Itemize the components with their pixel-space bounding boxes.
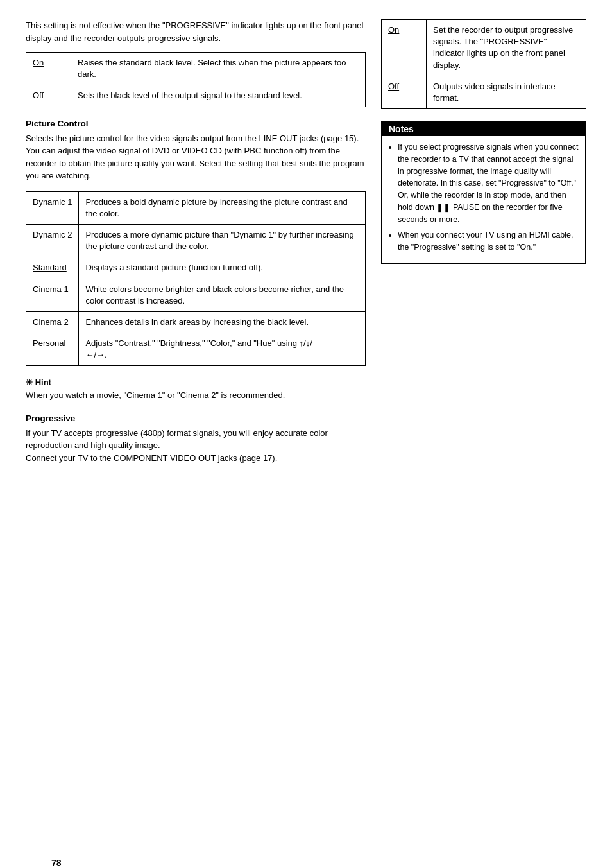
notes-box: Notes If you select progressive signals …: [381, 121, 586, 264]
progressive-label: Off: [382, 76, 427, 108]
intro-text: This setting is not effective when the "…: [26, 19, 366, 44]
black-level-desc: Sets the black level of the output signa…: [71, 85, 366, 107]
picture-control-desc: Enhances details in dark areas by increa…: [79, 311, 366, 333]
hint-text: When you watch a movie, "Cinema 1" or "C…: [26, 389, 366, 402]
picture-control-label: Dynamic 1: [26, 191, 79, 224]
black-level-desc: Raises the standard black level. Select …: [71, 53, 366, 85]
picture-control-label: Cinema 2: [26, 311, 79, 333]
picture-control-label: Cinema 1: [26, 279, 79, 311]
black-level-label: On: [26, 53, 71, 85]
picture-control-desc: Produces a bold dynamic picture by incre…: [79, 191, 366, 224]
picture-control-label: Dynamic 2: [26, 224, 79, 257]
notes-item: When you connect your TV using an HDMI c…: [398, 229, 579, 254]
progressive-label: On: [382, 20, 427, 76]
progressive-title: Progressive: [26, 413, 366, 423]
picture-control-desc: Produces a more dynamic picture than "Dy…: [79, 224, 366, 257]
hint-section: ✳ Hint When you watch a movie, "Cinema 1…: [26, 378, 366, 402]
picture-control-desc: Displays a standard picture (function tu…: [79, 257, 366, 279]
progressive-body1: If your TV accepts progressive (480p) fo…: [26, 427, 366, 465]
progressive-desc: Outputs video signals in interlace forma…: [427, 76, 586, 108]
black-level-label: Off: [26, 85, 71, 107]
black-level-table: OnRaises the standard black level. Selec…: [26, 52, 366, 107]
picture-control-label: Standard: [26, 257, 79, 279]
progressive-desc: Set the recorder to output progressive s…: [427, 20, 586, 76]
notes-item: If you select progressive signals when y…: [398, 141, 579, 225]
picture-control-title: Picture Control: [26, 119, 366, 128]
picture-control-desc: Adjusts "Contrast," "Brightness," "Color…: [79, 333, 366, 366]
picture-control-body: Selects the picture control for the vide…: [26, 132, 366, 182]
picture-control-label: Personal: [26, 333, 79, 366]
page-number: 78: [51, 858, 62, 868]
picture-control-desc: White colors become brighter and black c…: [79, 279, 366, 311]
hint-title: ✳ Hint: [26, 378, 366, 387]
hint-icon: ✳: [26, 378, 33, 387]
notes-header: Notes: [382, 122, 585, 136]
progressive-table: OnSet the recorder to output progressive…: [381, 19, 586, 109]
notes-body: If you select progressive signals when y…: [382, 136, 585, 263]
picture-control-table: Dynamic 1Produces a bold dynamic picture…: [26, 191, 366, 367]
